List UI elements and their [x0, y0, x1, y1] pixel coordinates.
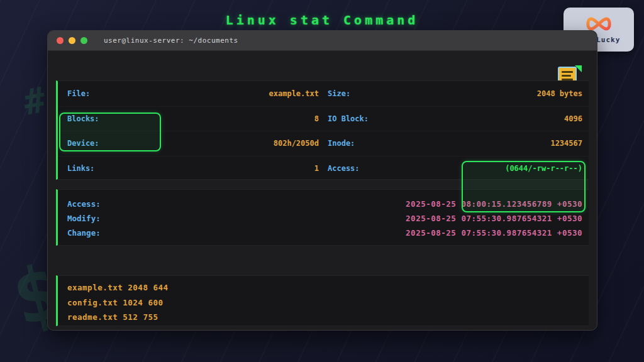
- output-line: config.txt 1024 600: [58, 295, 589, 310]
- stat-row-links-access: Links: 1 Access: (0644/-rw-r--r--): [58, 156, 589, 181]
- stat-label: IO Block:: [328, 114, 369, 123]
- stat-row-device-inode: Device: 802h/2050d Inode: 1234567: [58, 131, 589, 156]
- stat-label: Inode:: [328, 139, 355, 148]
- maximize-button[interactable]: [80, 37, 87, 44]
- close-button[interactable]: [57, 37, 64, 44]
- page-title: Linux stat Command: [0, 13, 644, 28]
- stat-label: File:: [67, 89, 90, 98]
- stat-output-panel: File: example.txt Size: 2048 bytes Block…: [56, 80, 589, 180]
- formatted-output-panel: example.txt 2048 644 config.txt 1024 600…: [56, 275, 589, 326]
- timestamp-label: Modify:: [67, 214, 101, 223]
- timestamp-label: Change:: [67, 228, 101, 238]
- background-hash-glyph: #: [21, 79, 48, 123]
- timestamp-value: 2025-08-25 07:55:30.987654321 +0530: [406, 214, 582, 223]
- terminal-title: user@linux-server: ~/documents: [104, 36, 238, 45]
- timestamp-row-modify: Modify: 2025-08-25 07:55:30.987654321 +0…: [58, 211, 589, 226]
- stat-row-blocks-ioblock: Blocks: 8 IO Block: 4096: [58, 106, 589, 131]
- timestamp-value: 2025-08-25 08:00:15.123456789 +0530: [406, 199, 582, 209]
- stat-label: Size:: [328, 89, 350, 98]
- stat-value: 802h/2050d: [274, 139, 319, 148]
- output-line: readme.txt 512 755: [58, 310, 589, 325]
- stat-row-file-size: File: example.txt Size: 2048 bytes: [58, 81, 589, 106]
- timestamp-value: 2025-08-25 07:55:30.987654321 +0530: [406, 228, 582, 238]
- stat-label: Blocks:: [67, 114, 99, 123]
- terminal-window: user@linux-server: ~/documents user@linu…: [47, 30, 597, 331]
- stat-value: example.txt: [269, 89, 319, 98]
- file-fold-corner: [575, 65, 582, 72]
- stat-label: Links:: [67, 164, 94, 173]
- stat-value: 2048 bytes: [537, 89, 582, 98]
- timestamp-row-change: Change: 2025-08-25 07:55:30.987654321 +0…: [58, 226, 589, 240]
- timestamp-row-access: Access: 2025-08-25 08:00:15.123456789 +0…: [58, 197, 589, 211]
- stat-label: Access:: [328, 164, 360, 173]
- permission-value: (0644/-rw-r--r--): [505, 164, 582, 173]
- stat-value: 8: [314, 114, 319, 123]
- stat-value: 4096: [564, 114, 582, 123]
- timestamp-label: Access:: [67, 199, 101, 209]
- output-line: example.txt 2048 644: [58, 280, 589, 295]
- terminal-titlebar[interactable]: user@linux-server: ~/documents: [48, 31, 597, 51]
- timestamps-panel: Access: 2025-08-25 08:00:15.123456789 +0…: [56, 189, 589, 246]
- minimize-button[interactable]: [69, 37, 75, 44]
- stat-value: 1234567: [550, 139, 582, 148]
- stat-label: Device:: [67, 139, 99, 148]
- stat-value: 1: [314, 164, 319, 173]
